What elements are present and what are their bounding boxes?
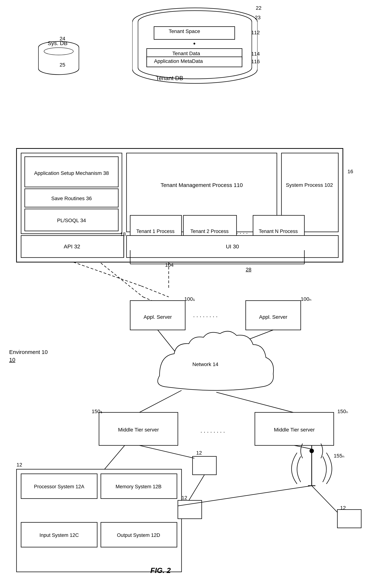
ref-114: 114 <box>251 51 260 57</box>
input-label: Input System 12C <box>23 525 95 545</box>
processor-label: Processor System 12A <box>23 477 95 497</box>
svg-line-34 <box>73 262 141 286</box>
tenant-db-label: Tenant DB <box>156 75 183 82</box>
svg-line-35 <box>141 286 169 297</box>
svg-line-65 <box>178 486 312 506</box>
middle-tier1-label: Middle Tier server <box>102 417 175 443</box>
ref-small-box-2: 12 <box>182 495 187 501</box>
output-label: Output System 12D <box>102 525 175 545</box>
svg-line-49 <box>104 445 125 469</box>
ui-label: UI 30 <box>128 237 337 256</box>
api-label: API 32 <box>22 237 122 256</box>
svg-rect-57 <box>337 509 361 528</box>
ref-18: 18 <box>120 231 126 237</box>
ref-middle-tier2: 150ₙ <box>337 408 348 414</box>
svg-text:. . . . . . . .: . . . . . . . . <box>193 312 217 318</box>
pl-soql-label: PL/SOQL 34 <box>27 212 116 229</box>
tenant-mgmt-label: Tenant Management Process 110 <box>128 159 275 211</box>
network-label: Network 14 <box>185 361 226 368</box>
connection-lines: • . . . . <box>0 0 390 588</box>
svg-rect-55 <box>193 456 216 475</box>
svg-line-58 <box>139 445 194 458</box>
svg-line-44 <box>139 390 182 412</box>
ref-28: 28 <box>246 267 251 272</box>
ref-23: 23 <box>255 15 261 21</box>
appl-server2-label: Appl. Server <box>247 305 299 329</box>
svg-line-43 <box>202 330 273 358</box>
svg-rect-56 <box>178 500 202 519</box>
tenant-space-label: Tenant Space <box>169 28 200 34</box>
svg-line-63 <box>294 445 312 449</box>
ref-24: 24 <box>60 36 65 42</box>
ref-small-box-3: 12 <box>340 505 346 511</box>
svg-line-45 <box>216 392 293 412</box>
svg-text:. . . .: . . . . <box>236 228 248 235</box>
middle-tier2-label: Middle Tier server <box>257 417 332 443</box>
ref-16: 16 <box>347 169 353 175</box>
ref-wireless: 155ₙ <box>334 453 344 459</box>
ref-22: 22 <box>256 5 261 11</box>
app-setup-label: Application Setup Mechanism 38 <box>27 159 116 187</box>
ref-client-12: 12 <box>16 462 22 468</box>
svg-line-38 <box>143 297 165 306</box>
fig-label: FIG. 2 <box>150 566 171 575</box>
svg-text:. . . . . . . .: . . . . . . . . <box>200 427 225 434</box>
diagram: • . . . . <box>0 0 390 588</box>
svg-point-17 <box>39 63 79 75</box>
system-process-label: System Process 102 <box>282 159 337 211</box>
svg-line-59 <box>189 475 204 500</box>
ref-112: 112 <box>251 30 260 36</box>
ref-appl-server2: 100ₙ <box>301 296 311 302</box>
svg-line-42 <box>158 330 180 358</box>
ref-small-box-1: 12 <box>196 450 202 456</box>
svg-point-19 <box>44 48 73 55</box>
ref-116: 116 <box>251 59 260 65</box>
memory-label: Memory System 12B <box>102 477 175 497</box>
ref-25: 25 <box>60 62 65 68</box>
ref-appl-server1: 100₁ <box>184 296 195 302</box>
appl-server1-label: Appl. Server <box>132 305 183 329</box>
save-routines-label: Save Routines 36 <box>27 191 116 205</box>
app-metadata-label: Application MetaData <box>154 58 203 64</box>
svg-point-62 <box>309 449 314 453</box>
svg-rect-18 <box>39 47 79 69</box>
tenant-data-label: Tenant Data <box>172 50 200 56</box>
svg-line-64 <box>312 486 337 512</box>
environment-label: Environment 10 10 <box>9 348 48 364</box>
svg-line-37 <box>101 263 143 297</box>
ref-104: 104 <box>165 262 174 268</box>
ref-middle-tier1: 150₁ <box>92 408 102 414</box>
svg-text:•: • <box>193 40 196 47</box>
